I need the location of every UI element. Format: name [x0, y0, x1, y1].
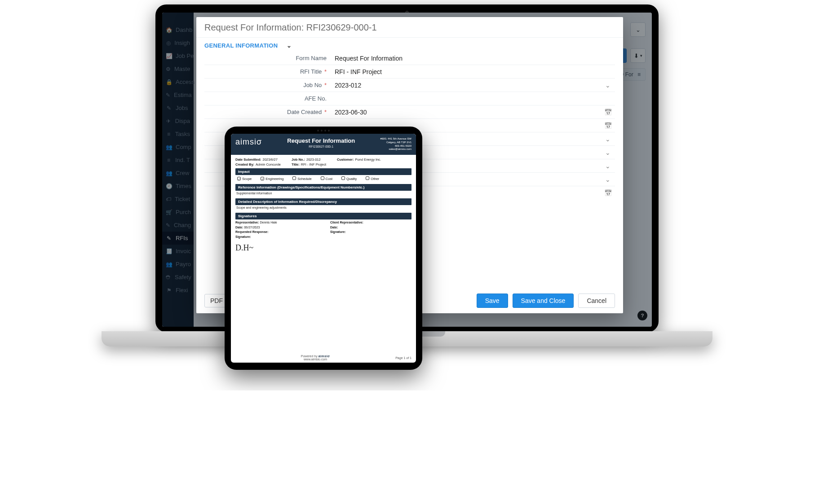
checkbox-icon — [237, 177, 241, 180]
checkbox-icon — [366, 176, 369, 180]
client-signature-block: Client Representative: Date: Signature: — [330, 220, 411, 254]
field-value[interactable]: Request For Information — [335, 55, 601, 62]
reference-text: Supplemental information — [235, 191, 411, 197]
chevron-down-icon[interactable]: ⌄ — [601, 176, 615, 183]
rep-signature-block: Representative: Dennis Hale Date: 06/27/… — [235, 220, 317, 254]
company-address: #600, 441 5th Avenue SWCalgary, AB T2P 2… — [380, 137, 411, 151]
field-value[interactable]: 2023-06-30 — [335, 109, 601, 116]
signatures-header: Signatures — [235, 213, 411, 219]
tablet-camera-icon — [317, 130, 330, 131]
form-row: Job No *2023-012⌄ — [204, 79, 615, 92]
field-value[interactable]: 2023-012 — [335, 82, 601, 89]
form-row: AFE No. — [204, 92, 615, 105]
description-text: Scope and engineering adjustments — [235, 205, 411, 211]
chevron-down-icon[interactable]: ⌄ — [601, 136, 615, 143]
calendar-icon[interactable]: 📅 — [601, 109, 615, 116]
field-label: Date Created * — [204, 109, 335, 115]
impact-option: Cost — [321, 176, 332, 181]
impact-row: ScopeEngineeringScheduleCostQualityOther — [235, 175, 411, 182]
field-label: Job No * — [204, 82, 335, 88]
impact-option: Scope — [237, 177, 252, 181]
checkbox-icon — [321, 176, 324, 180]
field-value[interactable]: RFI - INF Project — [335, 68, 601, 75]
doc-header: aimsiσ Request For Information RFI230627… — [231, 134, 416, 155]
save-close-button[interactable]: Save and Close — [513, 294, 574, 308]
chevron-down-icon: ⌄ — [287, 42, 292, 49]
tablet-frame: aimsiσ Request For Information RFI230627… — [225, 127, 422, 370]
description-header: Detailed Description of Information Requ… — [235, 198, 411, 205]
impact-header: Impact — [235, 168, 411, 175]
save-button[interactable]: Save — [477, 294, 508, 308]
page-indicator: Page 1 of 1 — [395, 356, 411, 359]
field-label: RFI Title * — [204, 68, 335, 75]
calendar-icon[interactable]: 📅 — [601, 122, 615, 129]
checkbox-icon — [292, 176, 296, 180]
doc-meta: Date Submitted:2023/6/27 Created By:Admi… — [235, 158, 411, 167]
section-label: GENERAL INFORMATION — [204, 42, 278, 49]
brand-logo: aimsiσ — [235, 137, 262, 147]
form-row: RFI Title *RFI - INF Project — [204, 65, 615, 79]
chevron-down-icon[interactable]: ⌄ — [601, 162, 615, 170]
calendar-icon[interactable]: 📅 — [601, 189, 615, 197]
impact-option: Quality — [341, 176, 357, 181]
pdf-label: PDF — [210, 297, 223, 304]
reference-header: Reference Information (Drawings/Specific… — [235, 184, 411, 191]
field-label: Form Name — [204, 55, 335, 61]
form-row: Form NameRequest For Information — [204, 52, 615, 65]
field-label: AFE No. — [204, 95, 335, 102]
modal-title: Request For Information: RFI230629-000-1 — [196, 17, 623, 38]
doc-footer: Powered by aimsiσ www.aimsio.com Page 1 … — [231, 353, 416, 363]
impact-option: Schedule — [292, 176, 311, 181]
signature-image: D.H~ — [235, 242, 317, 254]
doc-body: Date Submitted:2023/6/27 Created By:Admi… — [231, 155, 416, 353]
section-toggle-general[interactable]: GENERAL INFORMATION ⌄ — [204, 42, 615, 49]
tablet-screen: aimsiσ Request For Information RFI230627… — [231, 134, 416, 363]
checkbox-icon — [341, 176, 345, 180]
checkbox-icon — [261, 177, 264, 180]
impact-option: Engineering — [261, 177, 283, 181]
cancel-button[interactable]: Cancel — [578, 294, 615, 308]
doc-title: Request For Information — [262, 137, 380, 144]
form-row: Date Created *2023-06-30📅 — [204, 105, 615, 119]
doc-subtitle: RFI230627-000-1 — [262, 145, 380, 148]
impact-option: Other — [366, 176, 379, 181]
chevron-down-icon[interactable]: ⌄ — [601, 82, 615, 89]
chevron-down-icon[interactable]: ⌄ — [601, 149, 615, 156]
